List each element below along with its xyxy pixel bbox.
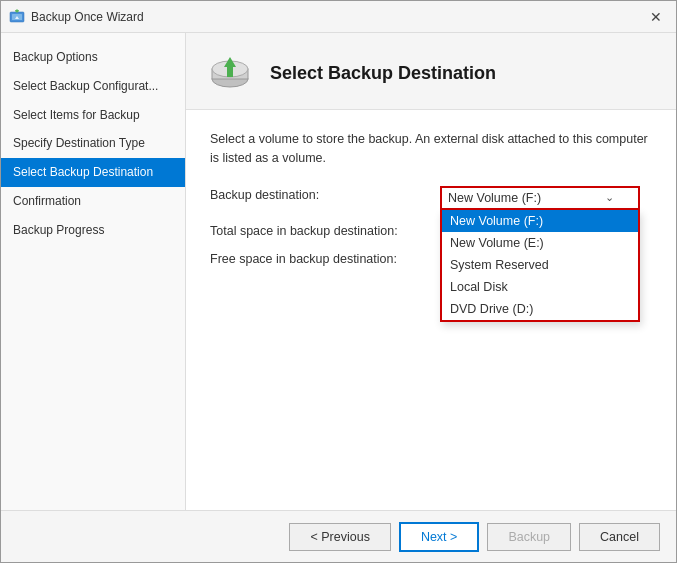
wizard-window: Backup Once Wizard ✕ Backup Options Sele…	[0, 0, 677, 563]
backup-destination-dropdown[interactable]: New Volume (F:) ⌄ New Volume (F:) New Vo…	[440, 186, 640, 210]
title-bar: Backup Once Wizard ✕	[1, 1, 676, 33]
sidebar-item-specify-destination-type[interactable]: Specify Destination Type	[1, 129, 185, 158]
app-icon	[9, 9, 25, 25]
cancel-button[interactable]: Cancel	[579, 523, 660, 551]
main-header: Select Backup Destination	[186, 33, 676, 110]
previous-button[interactable]: < Previous	[289, 523, 390, 551]
window-title: Backup Once Wizard	[31, 10, 144, 24]
dropdown-option-new-volume-f[interactable]: New Volume (F:)	[442, 210, 638, 232]
header-icon	[206, 49, 254, 97]
dropdown-selected-text: New Volume (F:)	[448, 191, 541, 205]
title-bar-left: Backup Once Wizard	[9, 9, 144, 25]
sidebar-item-select-backup-configuration[interactable]: Select Backup Configurat...	[1, 72, 185, 101]
backup-button[interactable]: Backup	[487, 523, 571, 551]
dropdown-option-new-volume-e[interactable]: New Volume (E:)	[442, 232, 638, 254]
sidebar-item-select-backup-destination[interactable]: Select Backup Destination	[1, 158, 185, 187]
backup-destination-row: Backup destination: New Volume (F:) ⌄ Ne…	[210, 186, 652, 210]
sidebar: Backup Options Select Backup Configurat.…	[1, 33, 186, 510]
description-text: Select a volume to store the backup. An …	[210, 130, 652, 168]
main-body: Select a volume to store the backup. An …	[186, 110, 676, 510]
dropdown-option-system-reserved[interactable]: System Reserved	[442, 254, 638, 276]
sidebar-item-backup-options[interactable]: Backup Options	[1, 43, 185, 72]
content-area: Backup Options Select Backup Configurat.…	[1, 33, 676, 510]
dropdown-option-local-disk[interactable]: Local Disk	[442, 276, 638, 298]
dropdown-list[interactable]: New Volume (F:) New Volume (E:) System R…	[440, 210, 640, 322]
page-title: Select Backup Destination	[270, 63, 496, 84]
dropdown-option-dvd-drive-d[interactable]: DVD Drive (D:)	[442, 298, 638, 320]
sidebar-item-confirmation[interactable]: Confirmation	[1, 187, 185, 216]
chevron-down-icon: ⌄	[605, 191, 614, 204]
total-space-label: Total space in backup destination:	[210, 222, 430, 238]
footer: < Previous Next > Backup Cancel	[1, 510, 676, 562]
sidebar-item-backup-progress[interactable]: Backup Progress	[1, 216, 185, 245]
sidebar-item-select-items-for-backup[interactable]: Select Items for Backup	[1, 101, 185, 130]
close-button[interactable]: ✕	[644, 5, 668, 29]
free-space-label: Free space in backup destination:	[210, 250, 430, 266]
main-panel: Select Backup Destination Select a volum…	[186, 33, 676, 510]
dropdown-selected-value[interactable]: New Volume (F:) ⌄	[440, 186, 640, 210]
backup-destination-label: Backup destination:	[210, 186, 430, 202]
next-button[interactable]: Next >	[399, 522, 479, 552]
